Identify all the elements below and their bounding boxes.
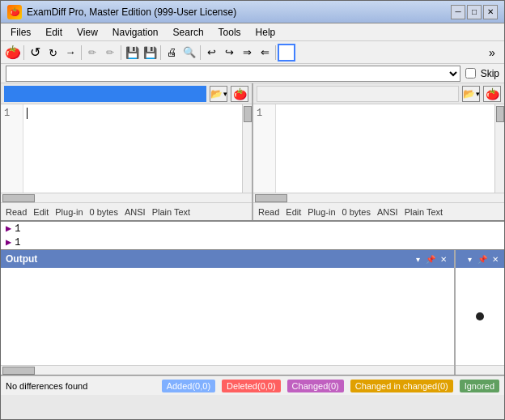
left-hscrollbar[interactable] [1, 193, 252, 202]
separator-4 [160, 45, 161, 60]
badge-changed: Changed(0) [287, 380, 344, 392]
app-icon-title: 🍅 [7, 5, 22, 19]
output-right-dropdown-btn[interactable]: ▾ [464, 253, 475, 265]
output-hscrollbar[interactable] [1, 365, 454, 375]
left-vscrollbar[interactable] [242, 104, 252, 193]
right-vscrollbar[interactable] [494, 104, 504, 193]
menu-bar: Files Edit View Navigation Search Tools … [1, 23, 504, 41]
skip-row: Skip [1, 64, 504, 83]
output-dropdown-btn[interactable]: ▾ [412, 253, 423, 265]
output-close-btn[interactable]: ✕ [438, 253, 449, 265]
separator-2 [81, 45, 82, 60]
back-arrow-btn[interactable]: ↺ [44, 44, 62, 62]
right-status-bytes: 0 bytes [342, 207, 371, 217]
left-status-plugin[interactable]: Plug-in [55, 207, 83, 217]
right-editor-area[interactable]: 1 [253, 104, 504, 193]
output-hscroll-thumb[interactable] [2, 367, 35, 375]
diff-arrow-2: ▶ [6, 236, 11, 248]
left-vscroll-thumb[interactable] [244, 106, 252, 122]
menu-navigation[interactable]: Navigation [106, 25, 165, 40]
badge-added: Added(0,0) [162, 380, 215, 392]
menu-tools[interactable]: Tools [212, 25, 248, 40]
output-right-pin-btn[interactable]: 📌 [477, 253, 488, 265]
right-hscrollbar[interactable] [253, 193, 504, 202]
diff-text-1: 1 [15, 223, 20, 235]
minimize-button[interactable]: ─ [451, 5, 465, 19]
edit-right-btn[interactable]: ✏ [101, 44, 119, 62]
more-btn[interactable]: » [483, 44, 501, 62]
right-app-icon: 🍅 [483, 86, 501, 102]
maximize-button[interactable]: □ [467, 5, 482, 19]
filter-dropdown[interactable] [6, 66, 460, 82]
status-bar: No differences found Added(0,0) Deleted(… [1, 375, 504, 395]
output-pin-btn[interactable]: 📌 [425, 253, 436, 265]
skip-label: Skip [481, 68, 499, 79]
left-pane-header: 📂▾ 🍅 [1, 83, 252, 104]
diff-results: ▶ 1 ▶ 1 [1, 221, 504, 250]
title-bar-controls[interactable]: ─ □ ✕ [451, 5, 498, 19]
print-btn[interactable]: 🖨 [163, 44, 180, 62]
options-btn[interactable] [278, 44, 295, 62]
right-pane: 📂▾ 🍅 1 Read Edit Plug-in 0 bytes ANSI Pl… [253, 83, 504, 220]
right-status-type: Plain Text [405, 207, 443, 217]
diff-text-2: 1 [15, 237, 20, 248]
right-status-encoding: ANSI [377, 207, 398, 217]
left-editor-content[interactable] [23, 104, 242, 193]
left-status-edit[interactable]: Edit [33, 207, 49, 217]
output-controls: ▾ 📌 ✕ [412, 253, 449, 265]
forward-nav-btn[interactable]: ⇒ [238, 44, 256, 62]
left-file-bar[interactable] [4, 86, 206, 102]
left-cursor [27, 108, 28, 119]
line-num-1: 1 [4, 106, 19, 121]
left-hscroll-thumb[interactable] [2, 194, 35, 202]
output-right-close-btn[interactable]: ✕ [490, 253, 501, 265]
title-bar-title: ExamDiff Pro, Master Edition (999-User L… [27, 6, 236, 18]
left-open-btn[interactable]: 📂▾ [210, 86, 227, 102]
refresh-btn[interactable]: ↺ [26, 44, 44, 62]
menu-view[interactable]: View [70, 25, 104, 40]
right-status-readonly: Read [258, 207, 279, 217]
right-file-bar[interactable] [257, 86, 459, 102]
badge-ignored: Ignored [460, 380, 499, 392]
right-vscroll-thumb[interactable] [496, 106, 504, 122]
right-status-plugin[interactable]: Plug-in [308, 207, 335, 217]
separator-5 [200, 45, 201, 60]
separator-1 [23, 45, 24, 60]
toolbar-group-right: » [483, 44, 501, 62]
right-hscroll-thumb[interactable] [255, 194, 287, 202]
saveas-btn[interactable]: 💾 [141, 44, 159, 62]
close-button[interactable]: ✕ [483, 5, 498, 19]
mini-map-dot [476, 312, 484, 320]
left-pane: 📂▾ 🍅 1 Read Edit Plug-in 0 bytes ANSI Pl… [1, 83, 253, 220]
redo-btn[interactable]: ↪ [220, 44, 238, 62]
left-editor-area[interactable]: 1 [1, 104, 252, 193]
search-btn[interactable]: 🔍 [180, 44, 198, 62]
output-right-header: ▾ 📌 ✕ [456, 250, 504, 268]
skip-checkbox[interactable] [465, 68, 476, 78]
left-line-numbers: 1 [1, 104, 23, 193]
edit-left-btn[interactable]: ✏ [83, 44, 101, 62]
title-bar: 🍅 ExamDiff Pro, Master Edition (999-User… [1, 1, 504, 23]
output-right-hscroll[interactable] [456, 365, 504, 375]
back-nav-btn[interactable]: ⇐ [256, 44, 274, 62]
left-status-bytes: 0 bytes [90, 207, 118, 217]
output-content[interactable] [1, 268, 454, 365]
menu-files[interactable]: Files [4, 25, 37, 40]
left-status-readonly: Read [6, 207, 27, 217]
diff-row-2: ▶ 1 [1, 235, 504, 249]
menu-edit[interactable]: Edit [39, 25, 69, 40]
save-btn[interactable]: 💾 [123, 44, 141, 62]
output-section: Output ▾ 📌 ✕ ▾ 📌 ✕ [1, 250, 504, 375]
right-editor-content[interactable] [276, 104, 494, 193]
diff-row-1: ▶ 1 [1, 222, 504, 235]
separator-3 [121, 45, 121, 60]
nav-right-btn[interactable]: → [62, 44, 79, 62]
undo-btn[interactable]: ↩ [202, 44, 220, 62]
menu-search[interactable]: Search [167, 25, 210, 40]
output-left: Output ▾ 📌 ✕ [1, 250, 456, 375]
right-open-btn[interactable]: 📂▾ [462, 86, 480, 102]
toolbar: 🍅 ↺ ↺ → ✏ ✏ 💾 💾 🖨 🔍 ↩ ↪ ⇒ ⇐ » [1, 41, 504, 64]
right-status-edit[interactable]: Edit [286, 207, 301, 217]
menu-help[interactable]: Help [249, 25, 282, 40]
right-line-num-1: 1 [257, 106, 272, 121]
